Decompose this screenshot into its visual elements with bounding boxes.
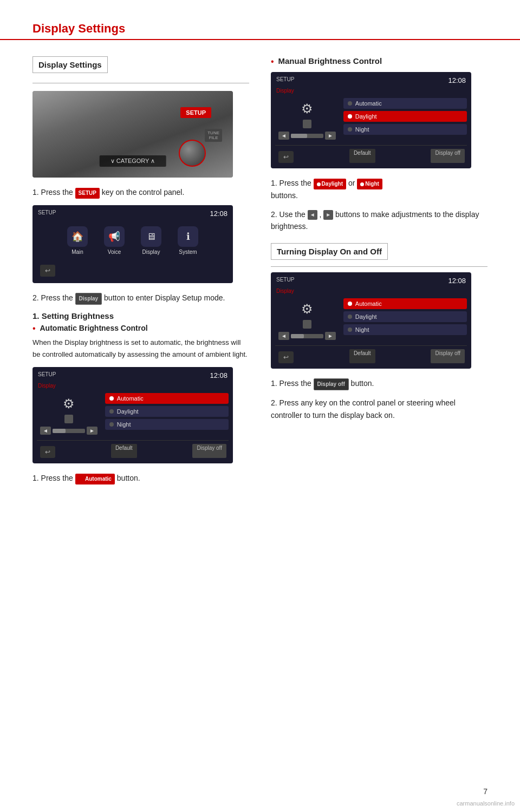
gear-icon-manual: ⚙	[301, 101, 313, 116]
display-off-btn[interactable]: Display off	[192, 444, 226, 458]
bs-nav: Display	[37, 383, 229, 389]
ts-nav: Display	[275, 288, 467, 294]
ms1-or: or	[348, 179, 357, 187]
icon-voice: 📢 Voice	[104, 226, 125, 255]
system-icon: ℹ	[178, 226, 198, 247]
daylight-badge: Daylight	[314, 179, 346, 189]
step2-badge: Display	[75, 293, 102, 305]
icon-main: 🏠 Main	[67, 226, 88, 255]
category-bar: ∨ CATEGORY ∧	[100, 155, 166, 167]
page-number: 7	[483, 787, 487, 796]
brightness-title: 1. Setting Brightness	[32, 311, 249, 320]
content-area: Display Settings SETUP TUNEFILE ∨ CATEGO…	[0, 56, 520, 491]
manual-step1: 1. Press the Daylight or Night buttons.	[271, 177, 487, 201]
ts-time: 12:08	[448, 277, 466, 285]
auto-brightness-title: Automatic Brightness Control	[40, 324, 148, 332]
ms1-suffix: buttons.	[271, 191, 298, 200]
t-back-btn[interactable]: ↩	[278, 351, 294, 363]
turning-step2: 2. Press any key on the control panel or…	[271, 397, 487, 421]
back-footer-btn[interactable]: ↩	[40, 446, 55, 458]
right-arrow-btn[interactable]: ►	[87, 427, 98, 435]
page-header: Display Settings	[0, 0, 520, 40]
t-displayoff-btn[interactable]: Display off	[431, 349, 465, 363]
manual-footer: ↩ Default Display off	[275, 145, 467, 164]
ms2-comma: ,	[320, 210, 324, 219]
bullet-auto: •	[32, 324, 36, 333]
right-arrow-badge: ►	[323, 210, 333, 220]
brightness-control-area: ⚙ ◄ ► Automatic Daylight	[37, 393, 229, 438]
ts1-suffix: button.	[351, 379, 374, 388]
page-title: Display Settings	[32, 22, 487, 39]
step1-suffix: key on the control panel.	[102, 188, 185, 197]
turning-right: Automatic Daylight Night	[343, 298, 467, 335]
m-displayoff-btn[interactable]: Display off	[431, 149, 465, 163]
turning-title: Turning Display On and Off	[271, 243, 388, 260]
ml-arrow[interactable]: ◄	[278, 132, 289, 140]
turning-section: Turning Display On and Off SETUP 12:08 D…	[271, 243, 487, 421]
automatic-badge: Automatic	[75, 474, 115, 484]
setup-button-photo: SETUP	[180, 107, 211, 118]
m-back-btn[interactable]: ↩	[278, 151, 294, 163]
m-default-btn[interactable]: Default	[349, 149, 375, 163]
dot-auto	[109, 396, 114, 401]
displayoff-badge: Display off	[314, 378, 349, 390]
bs-label: SETUP	[38, 371, 56, 379]
step2-prefix: 2. Press the	[32, 293, 73, 302]
control-knob	[179, 140, 206, 167]
dot-daylight	[109, 409, 114, 414]
screen-footer: ↩ Default Display off	[37, 440, 229, 459]
manual-brightness-screen: SETUP 12:08 Display ⚙ ◄ ► Aut	[271, 72, 471, 168]
t-default-btn[interactable]: Default	[349, 349, 375, 363]
ts-label: SETUP	[276, 277, 294, 285]
t-dot-auto	[348, 302, 352, 306]
turning-left: ⚙ ◄ ►	[275, 298, 339, 343]
tl-arrow[interactable]: ◄	[278, 332, 289, 340]
manual-step2: 2. Use the ◄ , ► buttons to make adjustm…	[271, 208, 487, 233]
m-option-daylight[interactable]: Daylight	[343, 111, 467, 122]
option-automatic[interactable]: Automatic	[105, 393, 229, 404]
gear-icon-turning: ⚙	[301, 302, 313, 317]
voice-icon: 📢	[104, 226, 125, 247]
option-daylight[interactable]: Daylight	[105, 406, 229, 417]
t-option-daylight[interactable]: Daylight	[343, 311, 467, 322]
brightness-right-panel: Automatic Daylight Night	[105, 393, 229, 430]
ts2-text: 2. Press any key on the control panel or…	[271, 398, 456, 419]
step2-suffix: button to enter Display Setup mode.	[104, 293, 225, 302]
auto-press-suffix: button.	[117, 474, 140, 482]
left-arrow-badge: ◄	[308, 210, 317, 220]
screen-time: 12:08	[210, 209, 227, 218]
ms1-prefix: 1. Press the	[271, 179, 314, 187]
turning-footer: ↩ Default Display off	[275, 345, 467, 364]
m-option-auto[interactable]: Automatic	[343, 98, 467, 109]
t-option-night[interactable]: Night	[343, 324, 467, 335]
dot-night	[109, 422, 114, 427]
display-icon: 🖥	[141, 226, 161, 247]
main-icon: 🏠	[67, 226, 88, 247]
manual-left: ⚙ ◄ ►	[275, 98, 339, 143]
m-dot-night	[348, 127, 352, 132]
step2-text: 2. Press the Display button to enter Dis…	[32, 292, 249, 305]
m-dot-daylight	[348, 114, 352, 119]
m-dot-auto	[348, 101, 352, 106]
icon-display: 🖥 Display	[141, 226, 161, 255]
tr-arrow[interactable]: ►	[325, 332, 336, 340]
ms-nav: Display	[275, 88, 467, 94]
bullet-manual: •	[271, 57, 274, 66]
icon-system: ℹ System	[178, 226, 198, 255]
manual-progress: ◄ ►	[278, 132, 336, 140]
left-arrow-btn[interactable]: ◄	[40, 427, 51, 435]
night-badge: Night	[357, 179, 382, 189]
auto-brightness-text: When the Display brightness is set to au…	[32, 337, 249, 361]
auto-press-prefix: 1. Press the	[32, 474, 73, 482]
option-night[interactable]: Night	[105, 419, 229, 430]
watermark: carmanualsonline.info	[457, 800, 515, 807]
mr-arrow[interactable]: ►	[325, 132, 336, 140]
turning-step1: 1. Press the Display off button.	[271, 377, 487, 390]
brightness-left-panel: ⚙ ◄ ►	[37, 393, 101, 438]
manual-control-area: ⚙ ◄ ► Automatic Daylight	[275, 98, 467, 143]
manual-brightness-title: Manual Brightness Control	[278, 56, 382, 66]
t-option-auto[interactable]: Automatic	[343, 298, 467, 309]
ms2-prefix: 2. Use the	[271, 210, 308, 219]
m-option-night[interactable]: Night	[343, 124, 467, 135]
default-btn[interactable]: Default	[111, 444, 137, 458]
